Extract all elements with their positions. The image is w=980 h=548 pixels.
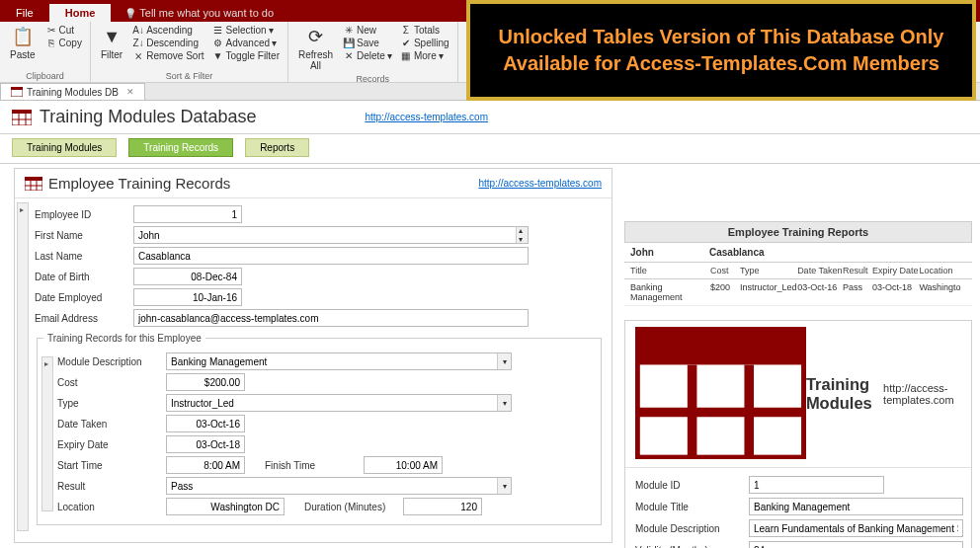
- form-link[interactable]: http://access-templates.com: [479, 178, 603, 189]
- location-field[interactable]: [166, 498, 285, 515]
- type-combo[interactable]: [166, 394, 512, 412]
- modules-form-title: Training Modules: [806, 375, 883, 413]
- advanced-button[interactable]: ⚙Advanced ▾: [210, 37, 282, 49]
- svg-rect-13: [635, 327, 806, 364]
- totals-button[interactable]: ΣTotals: [398, 24, 451, 37]
- new-button[interactable]: ✳New: [341, 24, 394, 37]
- report-header-row: Title Cost Type Date Taken Result Expiry…: [624, 263, 972, 279]
- employee-training-report: Employee Training Reports John Casablanc…: [624, 221, 972, 306]
- subform-record-selector[interactable]: [41, 356, 53, 511]
- date-taken-field[interactable]: [166, 415, 245, 432]
- chevron-down-icon[interactable]: ▾: [497, 353, 511, 369]
- dob-field[interactable]: [133, 268, 242, 285]
- save-button[interactable]: 💾Save: [341, 37, 394, 49]
- report-data-row: Banking Management $200 Instructor_Led 0…: [624, 279, 972, 306]
- svg-rect-3: [12, 110, 32, 114]
- banner-text: Unlocked Tables Version of This Database…: [470, 24, 972, 77]
- delete-icon: ✕: [343, 50, 355, 61]
- cut-icon: ✂: [45, 25, 57, 36]
- copy-icon: ⎘: [45, 38, 57, 48]
- finish-time-field[interactable]: [364, 456, 443, 474]
- toggle-filter-button[interactable]: ▼Toggle Filter: [210, 49, 282, 62]
- form-icon: [11, 87, 23, 97]
- descending-button[interactable]: Z↓Descending: [130, 37, 205, 49]
- modules-form-link[interactable]: http://access-templates.com: [883, 382, 961, 406]
- training-modules-form: Training Modules http://access-templates…: [624, 320, 972, 548]
- more-button[interactable]: ▦More ▾: [398, 49, 451, 62]
- start-time-field[interactable]: [166, 456, 245, 474]
- svg-rect-1: [11, 87, 23, 90]
- module-id-field[interactable]: [749, 476, 884, 494]
- employee-id-field[interactable]: [133, 205, 242, 223]
- cut-button[interactable]: ✂Cut: [43, 24, 84, 37]
- overlay-banner: Unlocked Tables Version of This Database…: [466, 0, 976, 101]
- header-link[interactable]: http://access-templates.com: [365, 112, 488, 122]
- table-icon: [635, 327, 806, 461]
- paste-button[interactable]: 📋 Paste: [6, 24, 40, 62]
- nav-training-records[interactable]: Training Records: [128, 138, 233, 157]
- database-title: Training Modules Database: [40, 107, 256, 127]
- chevron-down-icon[interactable]: ▾: [497, 478, 511, 494]
- selection-button[interactable]: ☰Selection ▾: [210, 24, 282, 37]
- nav-training-modules[interactable]: Training Modules: [12, 138, 117, 157]
- result-combo[interactable]: [166, 477, 512, 495]
- paste-icon: 📋: [12, 26, 34, 47]
- delete-button[interactable]: ✕Delete ▾: [341, 49, 394, 62]
- filter-icon: ▼: [101, 26, 122, 47]
- refresh-all-button[interactable]: ⟳ Refresh All: [294, 24, 337, 73]
- module-description-field[interactable]: [749, 519, 963, 537]
- close-tab-icon[interactable]: ✕: [126, 87, 134, 97]
- employee-training-form: Employee Training Records http://access-…: [14, 168, 612, 543]
- nav-reports[interactable]: Reports: [245, 138, 309, 157]
- module-title-field[interactable]: [749, 498, 963, 515]
- cost-field[interactable]: [166, 373, 245, 391]
- record-selector[interactable]: [17, 202, 29, 531]
- remove-sort-button[interactable]: ⨯Remove Sort: [130, 49, 205, 62]
- training-records-subform: Training Records for this Employee Modul…: [37, 333, 602, 525]
- ribbon-group-clipboard: 📋 Paste ✂Cut ⎘Copy Clipboard: [0, 22, 91, 82]
- refresh-icon: ⟳: [305, 26, 327, 47]
- ribbon-group-records: ⟳ Refresh All ✳New 💾Save ✕Delete ▾ ΣTota…: [288, 22, 458, 82]
- ribbon-group-sortfilter: ▼ Filter A↓Ascending Z↓Descending ⨯Remov…: [91, 22, 288, 82]
- spelling-button[interactable]: ✔Spelling: [398, 37, 451, 49]
- email-field[interactable]: [133, 309, 529, 327]
- report-last-name: Casablanca: [709, 247, 765, 258]
- chevron-down-icon[interactable]: ▾: [497, 395, 511, 411]
- duration-field[interactable]: [403, 498, 482, 515]
- spinner-icon[interactable]: [516, 227, 528, 243]
- report-first-name: John: [630, 247, 709, 258]
- table-icon: [25, 177, 42, 191]
- nav-buttons: Training Modules Training Records Report…: [0, 134, 980, 164]
- document-tab[interactable]: Training Modules DB ✕: [0, 83, 145, 100]
- new-icon: ✳: [343, 25, 355, 36]
- expiry-date-field[interactable]: [166, 435, 245, 453]
- date-employed-field[interactable]: [133, 288, 242, 306]
- first-name-field[interactable]: [133, 226, 529, 244]
- database-header: Training Modules Database http://access-…: [0, 101, 980, 134]
- copy-button[interactable]: ⎘Copy: [43, 37, 84, 49]
- file-tab[interactable]: File: [0, 4, 49, 22]
- table-icon: [12, 110, 32, 125]
- svg-rect-8: [25, 177, 42, 181]
- report-title: Employee Training Reports: [624, 221, 972, 243]
- module-description-combo[interactable]: [166, 352, 512, 370]
- save-icon: 💾: [343, 38, 355, 48]
- tell-me-search[interactable]: Tell me what you want to do: [119, 4, 280, 22]
- home-tab[interactable]: Home: [49, 4, 112, 22]
- last-name-field[interactable]: [133, 247, 529, 265]
- validity-field[interactable]: [749, 541, 963, 548]
- form-title: Employee Training Records: [48, 175, 230, 192]
- ascending-button[interactable]: A↓Ascending: [130, 24, 205, 37]
- filter-button[interactable]: ▼ Filter: [97, 24, 126, 62]
